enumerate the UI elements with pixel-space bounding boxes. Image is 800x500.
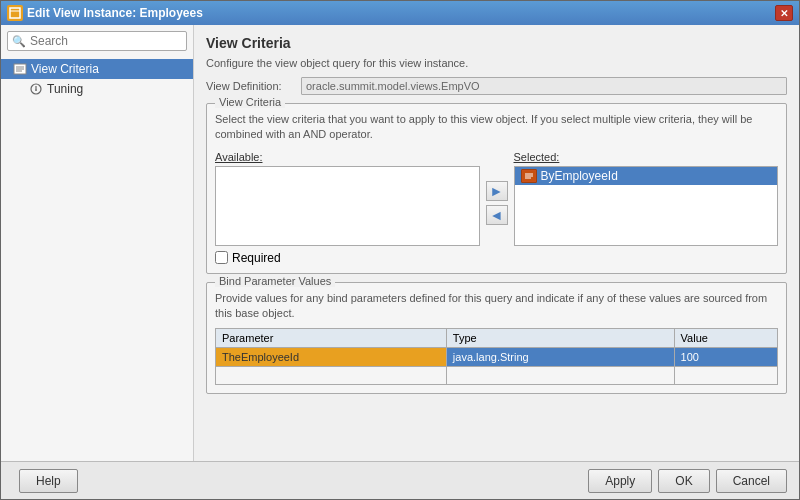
sidebar-item-tuning[interactable]: Tuning [1,79,193,99]
bottom-bar: Help Apply OK Cancel [1,461,799,499]
col-type: Type [446,328,674,347]
sidebar-item-view-criteria[interactable]: View Criteria [1,59,193,79]
cancel-button[interactable]: Cancel [716,469,787,493]
window-icon [7,5,23,21]
col-value: Value [674,328,777,347]
search-icon: 🔍 [12,35,26,48]
selected-list[interactable]: ByEmployeeId [514,166,779,246]
search-box[interactable]: 🔍 [7,31,187,51]
param-table: Parameter Type Value TheEmployeeId java.… [215,328,778,385]
param-value-cell: 100 [674,347,777,366]
add-arrow-button[interactable]: ► [486,181,508,201]
view-criteria-section-title: View Criteria [215,96,285,108]
available-label: Available: [215,151,480,163]
tuning-icon [29,82,43,96]
search-input[interactable] [30,34,182,48]
main-content: 🔍 View Criteria Tuning [1,25,799,461]
view-definition-value[interactable] [301,77,787,95]
remove-arrow-button[interactable]: ◄ [486,205,508,225]
tree-area: View Criteria Tuning [1,57,193,461]
subtitle: Configure the view object query for this… [206,57,787,69]
arrow-col: ► ◄ [486,151,508,225]
view-definition-label: View Definition: [206,80,301,92]
param-name-cell: TheEmployeeId [216,347,447,366]
view-criteria-section: View Criteria Select the view criteria t… [206,103,787,274]
main-window: Edit View Instance: Employees ✕ 🔍 View C… [0,0,800,500]
ok-button[interactable]: OK [658,469,709,493]
view-definition-row: View Definition: [206,77,787,95]
sidebar-item-tuning-label: Tuning [47,82,83,96]
right-panel: View Criteria Configure the view object … [194,25,799,461]
close-button[interactable]: ✕ [775,5,793,21]
criteria-row: Available: ► ◄ Selected: [215,151,778,246]
bind-desc: Provide values for any bind parameters d… [215,291,778,322]
criteria-item-icon [521,169,537,183]
table-row-empty [216,366,778,384]
bind-parameters-section: Bind Parameter Values Provide values for… [206,282,787,394]
window-title: Edit View Instance: Employees [27,6,775,20]
available-col: Available: [215,151,480,246]
selected-col: Selected: ByEmployeeId [514,151,779,246]
col-parameter: Parameter [216,328,447,347]
svg-rect-0 [10,8,20,18]
selected-list-item[interactable]: ByEmployeeId [515,167,778,185]
sidebar: 🔍 View Criteria Tuning [1,25,194,461]
available-list[interactable] [215,166,480,246]
required-row: Required [215,251,778,265]
view-criteria-icon [13,62,27,76]
required-label: Required [232,251,281,265]
bind-parameters-title: Bind Parameter Values [215,275,335,287]
table-row[interactable]: TheEmployeeId java.lang.String 100 [216,347,778,366]
required-checkbox[interactable] [215,251,228,264]
view-criteria-desc: Select the view criteria that you want t… [215,112,778,143]
selected-label: Selected: [514,151,779,163]
help-button[interactable]: Help [19,469,78,493]
selected-item-label: ByEmployeeId [541,169,618,183]
title-bar: Edit View Instance: Employees ✕ [1,1,799,25]
sidebar-item-view-criteria-label: View Criteria [31,62,99,76]
apply-button[interactable]: Apply [588,469,652,493]
panel-title: View Criteria [206,35,787,51]
svg-point-8 [35,89,37,91]
param-type-cell: java.lang.String [446,347,674,366]
